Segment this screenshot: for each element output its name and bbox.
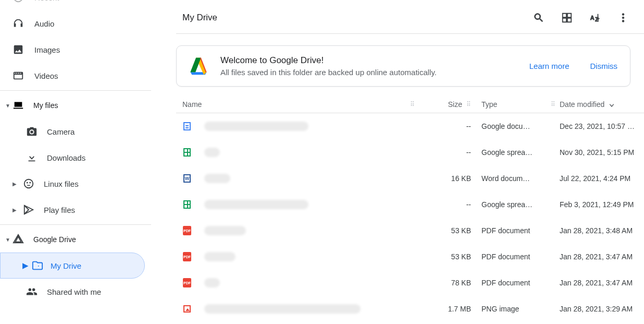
cell-date: Dec 23, 2021, 10:57 … bbox=[555, 122, 644, 130]
sort-button[interactable]: AZ bbox=[589, 11, 601, 24]
column-date[interactable]: Date modified bbox=[555, 100, 644, 109]
sidebar-item-images[interactable]: Images bbox=[0, 37, 151, 63]
file-table: Name⠿ Size⠿ Type⠿ Date modified --Google… bbox=[151, 96, 644, 322]
chevron-right-icon: ▶ bbox=[13, 181, 20, 187]
cell-type: PDF document bbox=[477, 226, 555, 235]
cell-type: Word docum… bbox=[477, 174, 555, 183]
clock-icon bbox=[13, 0, 24, 3]
column-size[interactable]: Size⠿ bbox=[415, 100, 477, 109]
cell-date: Feb 3, 2021, 12:49 PM bbox=[555, 200, 644, 209]
sidebar-section-gdrive[interactable]: ▼ Google Drive bbox=[0, 226, 151, 253]
grip-icon[interactable]: ⠿ bbox=[410, 101, 415, 108]
cell-type: PDF document bbox=[477, 279, 555, 287]
sidebar-item-linux[interactable]: ▶ Linux files bbox=[0, 171, 151, 197]
search-button[interactable] bbox=[532, 11, 545, 24]
chevron-down-icon: ▼ bbox=[3, 237, 13, 243]
cell-type: PNG image bbox=[477, 305, 555, 313]
sidebar-label: Images bbox=[34, 45, 60, 54]
column-name[interactable]: Name⠿ bbox=[176, 100, 415, 109]
more-button[interactable] bbox=[617, 11, 629, 24]
cell-size: 1.7 MB bbox=[415, 305, 477, 313]
svg-point-8 bbox=[622, 20, 624, 22]
download-icon bbox=[26, 152, 38, 163]
sidebar-item-videos[interactable]: Videos bbox=[0, 63, 151, 89]
gsheet-icon bbox=[182, 148, 192, 157]
more-vert-icon bbox=[617, 12, 629, 23]
svg-point-0 bbox=[24, 179, 33, 188]
table-row[interactable]: PDF78 KBPDF documentJan 28, 2021, 3:47 A… bbox=[176, 270, 644, 296]
grip-icon[interactable]: ⠿ bbox=[466, 101, 471, 108]
chevron-right-icon: ▶ bbox=[22, 261, 29, 270]
sidebar-label: Linux files bbox=[44, 179, 79, 188]
grip-icon[interactable]: ⠿ bbox=[551, 101, 555, 108]
sidebar-label: Shared with me bbox=[47, 287, 101, 296]
sidebar-item-downloads[interactable]: Downloads bbox=[0, 145, 151, 171]
sidebar-item-camera[interactable]: Camera bbox=[0, 118, 151, 145]
grid-view-button[interactable] bbox=[561, 11, 573, 24]
cell-date: Jan 28, 2021, 3:47 AM bbox=[555, 279, 644, 287]
cell-date: Jul 22, 2021, 4:24 PM bbox=[555, 174, 644, 183]
gsheet-icon bbox=[182, 200, 192, 209]
banner-title: Welcome to Google Drive! bbox=[220, 55, 437, 66]
pdf-icon: PDF bbox=[182, 252, 192, 261]
sidebar: Recent Audio Images Videos ▼ My files Ca… bbox=[0, 0, 151, 324]
table-row[interactable]: 1.7 MBPNG imageJan 28, 2021, 3:29 AM bbox=[176, 296, 644, 322]
svg-point-7 bbox=[622, 17, 624, 19]
filename-redacted bbox=[204, 278, 220, 287]
sidebar-item-recent[interactable]: Recent bbox=[0, 0, 151, 10]
filename-redacted bbox=[204, 122, 308, 131]
cell-size: 53 KB bbox=[415, 226, 477, 235]
sidebar-label: My files bbox=[33, 101, 58, 110]
sidebar-label: Camera bbox=[47, 127, 75, 136]
play-icon bbox=[23, 204, 34, 215]
sidebar-item-audio[interactable]: Audio bbox=[0, 10, 151, 37]
filename-redacted bbox=[204, 200, 308, 209]
sidebar-section-myfiles[interactable]: ▼ My files bbox=[0, 92, 151, 118]
dismiss-link[interactable]: Dismiss bbox=[590, 62, 618, 70]
table-row[interactable]: --Google docu…Dec 23, 2021, 10:57 … bbox=[176, 113, 644, 139]
filename-redacted bbox=[204, 304, 361, 314]
sidebar-item-shared[interactable]: Shared with me bbox=[0, 279, 151, 305]
header-actions: AZ bbox=[532, 11, 629, 24]
cell-type: Google docu… bbox=[477, 122, 555, 130]
search-icon bbox=[533, 12, 544, 23]
cell-date: Jan 28, 2021, 3:47 AM bbox=[555, 253, 644, 261]
banner-subtitle: All files saved in this folder are backe… bbox=[220, 68, 437, 77]
header: My Drive AZ bbox=[151, 0, 644, 33]
table-body: --Google docu…Dec 23, 2021, 10:57 …--Goo… bbox=[176, 113, 644, 322]
cell-size: 16 KB bbox=[415, 174, 477, 183]
table-row[interactable]: W16 KBWord docum…Jul 22, 2021, 4:24 PM bbox=[176, 165, 644, 191]
table-row[interactable]: --Google sprea…Nov 30, 2021, 5:15 PM bbox=[176, 139, 644, 165]
svg-point-1 bbox=[27, 182, 28, 184]
table-row[interactable]: PDF53 KBPDF documentJan 28, 2021, 3:47 A… bbox=[176, 244, 644, 270]
sidebar-item-mydrive[interactable]: ▶ My Drive bbox=[0, 253, 145, 279]
cell-size: -- bbox=[415, 122, 477, 130]
table-header: Name⠿ Size⠿ Type⠿ Date modified bbox=[176, 96, 644, 113]
svg-point-2 bbox=[29, 182, 31, 184]
learn-more-link[interactable]: Learn more bbox=[529, 62, 569, 70]
table-row[interactable]: --Google sprea…Feb 3, 2021, 12:49 PM bbox=[176, 191, 644, 218]
table-row[interactable]: PDF53 KBPDF documentJan 28, 2021, 3:48 A… bbox=[176, 218, 644, 244]
cell-size: -- bbox=[415, 148, 477, 157]
column-type[interactable]: Type⠿ bbox=[477, 100, 555, 109]
camera-icon bbox=[26, 126, 38, 137]
headphones-icon bbox=[13, 18, 24, 29]
sidebar-label: Google Drive bbox=[33, 235, 76, 244]
image-file-icon bbox=[182, 304, 192, 314]
main-panel: My Drive AZ Welcome to Google Drive! All… bbox=[151, 0, 644, 324]
svg-point-3 bbox=[38, 266, 39, 267]
cell-type: PDF document bbox=[477, 253, 555, 261]
chevron-down-icon: ▼ bbox=[3, 103, 13, 109]
divider bbox=[176, 33, 644, 34]
sidebar-label: Audio bbox=[34, 19, 54, 28]
divider bbox=[0, 90, 151, 91]
filename-redacted bbox=[204, 226, 246, 235]
laptop-icon bbox=[13, 100, 24, 111]
sidebar-item-play[interactable]: ▶ Play files bbox=[0, 197, 151, 223]
cell-size: 78 KB bbox=[415, 279, 477, 287]
sidebar-label: Videos bbox=[34, 71, 58, 80]
drive-icon bbox=[13, 234, 24, 245]
drive-logo-icon bbox=[189, 57, 208, 76]
pdf-icon: PDF bbox=[182, 278, 192, 287]
gdoc-icon bbox=[182, 122, 192, 131]
